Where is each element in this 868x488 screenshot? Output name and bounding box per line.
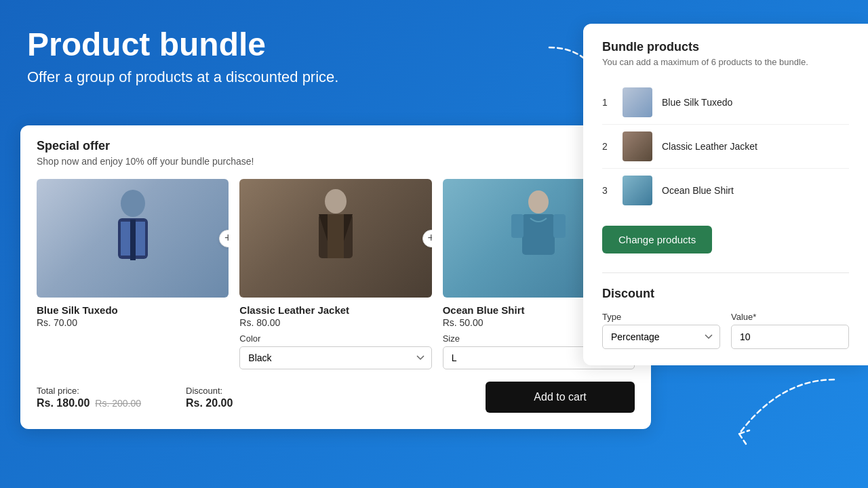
bundle-title: Bundle products [602, 40, 849, 54]
bundle-thumb-1 [623, 87, 652, 117]
color-select[interactable]: Black Brown Navy [239, 346, 431, 369]
product-item-1: + Blue Silk Tuxedo Rs. 70.00 [37, 179, 239, 369]
bundle-item-name-1: Blue Silk Tuxedo [662, 97, 732, 108]
bundle-thumb-2 [623, 131, 652, 161]
bundle-list: 1 Blue Silk Tuxedo 2 Classic Leather Jac… [602, 81, 849, 212]
discount-section: Discount: Rs. 20.00 [186, 386, 321, 409]
bundle-num-1: 1 [602, 97, 613, 108]
bundle-item-1: 1 Blue Silk Tuxedo [602, 81, 849, 125]
special-offer-title: Special offer [37, 139, 635, 153]
color-select-group: Color Black Brown Navy [239, 333, 431, 369]
bundle-subtitle: You can add a maximum of 6 products to t… [602, 57, 849, 67]
svg-rect-2 [121, 222, 132, 256]
product-name-1: Blue Silk Tuxedo [37, 304, 229, 316]
total-section: Total price: Rs. 180.00 Rs. 200.00 [37, 386, 172, 409]
change-products-button[interactable]: Change products [602, 226, 712, 253]
discount-panel-title: Discount [602, 287, 849, 301]
add-to-cart-button[interactable]: Add to cart [486, 382, 635, 413]
svg-rect-10 [511, 214, 524, 238]
bundle-num-3: 3 [602, 185, 613, 196]
svg-rect-7 [328, 214, 344, 258]
type-field-group: Type Percentage Fixed Amount [602, 312, 720, 349]
color-label: Color [239, 333, 431, 344]
value-field-label: Value* [731, 312, 849, 322]
total-price-row: Rs. 180.00 Rs. 200.00 [37, 397, 172, 409]
dashed-arrow-bottom-icon [712, 366, 848, 468]
total-label: Total price: [37, 386, 172, 396]
divider [602, 272, 849, 273]
discount-type-select[interactable]: Percentage Fixed Amount [602, 325, 720, 349]
product-price-1: Rs. 70.00 [37, 317, 229, 328]
discount-panel: Discount Type Percentage Fixed Amount Va… [602, 287, 849, 349]
hero-title: Product bundle [27, 27, 338, 63]
bundle-panel: Bundle products You can add a maximum of… [583, 24, 868, 365]
footer-row: Total price: Rs. 180.00 Rs. 200.00 Disco… [37, 382, 635, 413]
total-price: Rs. 180.00 [37, 397, 90, 409]
special-offer-subtitle: Shop now and enjoy 10% off your bundle p… [37, 156, 635, 167]
svg-rect-11 [553, 214, 566, 238]
hero-section: Product bundle Offer a group of products… [27, 27, 338, 86]
product-item-2: + Classic Leather Jacket Rs. 80.00 Color… [239, 179, 442, 369]
product-card: Special offer Shop now and enjoy 10% off… [20, 125, 651, 429]
svg-rect-4 [130, 220, 136, 260]
jacket-figure [302, 184, 370, 293]
bundle-thumb-shirt [623, 176, 652, 205]
hero-subtitle: Offer a group of products at a discounte… [27, 68, 338, 86]
jacket-image [239, 179, 431, 298]
total-original-price: Rs. 200.00 [95, 398, 141, 409]
svg-point-8 [528, 190, 549, 214]
bundle-thumb-tuxedo [623, 87, 652, 117]
bundle-item-name-2: Classic Leather Jacket [662, 141, 757, 152]
svg-rect-3 [134, 222, 145, 256]
product-name-2: Classic Leather Jacket [239, 304, 431, 316]
bundle-num-2: 2 [602, 141, 613, 152]
bundle-item-name-3: Ocean Blue Shirt [662, 185, 734, 196]
selects-row: Color Black Brown Navy [239, 333, 431, 369]
products-grid: + Blue Silk Tuxedo Rs. 70.00 + Classic L… [37, 179, 635, 369]
bundle-item-2: 2 Classic Leather Jacket [602, 125, 849, 169]
product-image-2: + [239, 179, 431, 298]
type-field-label: Type [602, 312, 720, 322]
svg-point-5 [325, 189, 347, 214]
value-field-group: Value* [731, 312, 849, 349]
bundle-thumb-jacket [623, 131, 652, 161]
product-image-1: + [37, 179, 229, 298]
discount-value-input[interactable] [731, 325, 849, 349]
discount-label: Discount: [186, 386, 321, 396]
tuxedo-image [37, 179, 229, 298]
shirt-figure [505, 184, 572, 293]
discount-value: Rs. 20.00 [186, 397, 321, 409]
bundle-item-3: 3 Ocean Blue Shirt [602, 169, 849, 212]
discount-fields: Type Percentage Fixed Amount Value* [602, 312, 849, 349]
svg-rect-9 [522, 214, 555, 255]
tuxedo-figure [99, 184, 167, 293]
product-price-2: Rs. 80.00 [239, 317, 431, 328]
bundle-thumb-3 [623, 176, 652, 205]
svg-point-0 [121, 190, 145, 217]
